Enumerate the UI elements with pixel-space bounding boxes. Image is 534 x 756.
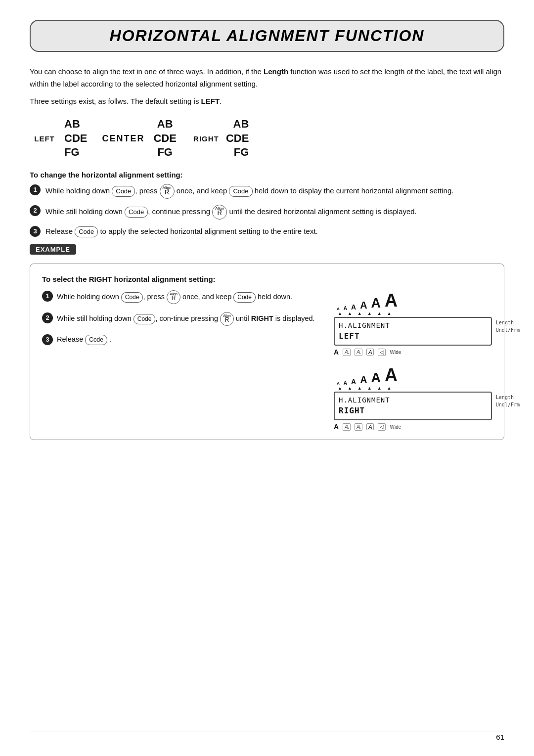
bb1-item1: 𝔸 xyxy=(343,349,351,356)
code-key-3: Code xyxy=(125,207,148,218)
example-step-1-num: 1 xyxy=(42,291,53,302)
lcd1-side-top: Length xyxy=(496,319,520,326)
r-key-1: Align R xyxy=(160,184,175,199)
step-3-content: Release Code to apply the selected horiz… xyxy=(45,225,504,237)
bb2-item4: ◁ xyxy=(378,423,386,431)
example-step-3-num: 3 xyxy=(42,334,53,345)
lcd1-bottom-bar: A 𝔸 𝔸 A ◁ Wide xyxy=(334,348,492,356)
code-key-1: Code xyxy=(112,186,135,197)
align-center-label: CENTER xyxy=(102,133,144,144)
lcd2-text2: RIGHT xyxy=(339,405,365,416)
align-left-col: LEFT AB CDE FG xyxy=(30,117,87,160)
bb1-a-bold: A xyxy=(334,348,339,356)
step-1: 1 While holding down Code, press Align R… xyxy=(30,184,504,199)
sz1-a6: A xyxy=(385,290,398,311)
tri1-5: ▲ xyxy=(377,311,382,316)
ex-code-key-1: Code xyxy=(121,292,143,303)
align-right-demo: AB CDE FG xyxy=(226,117,249,160)
align-left-label: LEFT xyxy=(30,134,59,143)
page-bottom-line xyxy=(30,731,504,732)
bb2-wide: Wide xyxy=(390,424,401,430)
sz1-a4: A xyxy=(360,300,367,311)
tri2-3: ▲ xyxy=(357,386,362,391)
page-title: HORIZONTAL ALIGNMENT FUNCTION xyxy=(41,27,493,45)
size-chars-1: A A A A A A xyxy=(334,290,492,311)
bb1-item2: 𝔸 xyxy=(355,349,362,356)
lcd1-text2: LEFT xyxy=(339,331,360,342)
tri1-2: ▲ xyxy=(348,311,352,316)
tri1-6: ▲ xyxy=(387,311,392,316)
sz2-a6: A xyxy=(385,365,398,386)
sz2-a5: A xyxy=(371,370,381,386)
bb1-item3: A xyxy=(366,349,374,356)
lcd2-bottom-bar: A 𝔸 𝔸 A ◁ Wide xyxy=(334,423,492,431)
example-step-2: 2 While still holding down Code, con-tin… xyxy=(42,312,319,326)
sz2-a3: A xyxy=(351,378,356,386)
bb2-item1: 𝔸 xyxy=(343,423,351,431)
example-section: EXAMPLE xyxy=(30,244,504,260)
example-step-3: 3 Release Code . xyxy=(42,334,319,345)
steps-list: 1 While holding down Code, press Align R… xyxy=(30,184,504,237)
ex-r-key-2: Align R xyxy=(220,312,234,326)
tri1-4: ▲ xyxy=(367,311,372,316)
tri2-6: ▲ xyxy=(387,386,392,391)
lcd2-row1: H.ALIGNMENT xyxy=(339,396,487,405)
lcd1-text1: H.ALIGNMENT xyxy=(339,321,390,331)
lcd2-side-labels: Length Undl/Frm xyxy=(496,394,520,408)
ex-code-key-3: Code xyxy=(134,314,156,324)
example-inner: 1 While holding down Code, press Align R… xyxy=(42,290,492,431)
intro-para1: You can choose to align the text in one … xyxy=(30,66,504,90)
lcd1-side-labels: Length Undl/Frm xyxy=(496,319,520,334)
sz2-a4: A xyxy=(360,374,367,386)
example-step-3-content: Release Code . xyxy=(57,334,111,345)
sz1-a3: A xyxy=(351,303,356,311)
lcd2-text1: H.ALIGNMENT xyxy=(339,396,390,405)
align-right-label: RIGHT xyxy=(191,134,221,143)
lcd2-side-bot: Undl/Frm xyxy=(496,401,520,408)
bb2-a-bold: A xyxy=(334,423,339,431)
example-step-2-content: While still holding down Code, con-tinue… xyxy=(57,312,315,326)
page-number: 61 xyxy=(496,733,504,741)
example-left: 1 While holding down Code, press Align R… xyxy=(42,290,319,345)
align-center-demo: AB CDE FG xyxy=(153,117,176,160)
tri2-1: ▲ xyxy=(338,386,342,391)
bb2-item2: 𝔸 xyxy=(355,423,362,431)
example-right: A A A A A A ▲ ▲ ▲ ▲ ▲ ▲ xyxy=(334,290,492,431)
lcd2: H.ALIGNMENT RIGHT Length Undl/Frm xyxy=(334,392,492,420)
align-center-col: CENTER AB CDE FG xyxy=(102,117,176,160)
example-step-2-num: 2 xyxy=(42,312,53,323)
step-2-content: While still holding down Code, continue … xyxy=(45,205,504,220)
bb1-wide: Wide xyxy=(390,350,401,355)
align-left-demo: AB CDE FG xyxy=(64,117,87,160)
step-2: 2 While still holding down Code, continu… xyxy=(30,205,504,220)
tri2-5: ▲ xyxy=(377,386,382,391)
example-label: EXAMPLE xyxy=(30,244,76,255)
example-box: To select the RIGHT horizontal alignment… xyxy=(30,264,504,440)
lcd2-row2: RIGHT xyxy=(339,405,487,416)
code-key-2: Code xyxy=(229,186,252,197)
step-1-content: While holding down Code, press Align R o… xyxy=(45,184,504,199)
intro-para2: Three settings exist, as follws. The def… xyxy=(30,95,504,108)
lcd1: H.ALIGNMENT LEFT Length Undl/Frm xyxy=(334,317,492,346)
tri2-2: ▲ xyxy=(348,386,352,391)
alignment-examples-row: LEFT AB CDE FG CENTER AB CDE FG RIGHT AB… xyxy=(30,117,504,160)
sz1-a2: A xyxy=(344,306,347,311)
size-chars-2: A A A A A A xyxy=(334,365,492,386)
align-right-col: RIGHT AB CDE FG xyxy=(191,117,249,160)
ex-code-key-4: Code xyxy=(85,335,107,345)
sz1-a1: A xyxy=(337,307,340,311)
lcd2-side-top: Length xyxy=(496,394,520,401)
lcd1-row2: LEFT xyxy=(339,331,487,342)
example-title: To select the RIGHT horizontal alignment… xyxy=(42,275,492,283)
ex-r-key-1: Align R xyxy=(167,290,180,304)
triangles-2: ▲ ▲ ▲ ▲ ▲ ▲ xyxy=(334,386,492,391)
ex-code-key-2: Code xyxy=(233,292,256,303)
r-key-2: Align R xyxy=(212,205,227,220)
example-step-1-content: While holding down Code, press Align R o… xyxy=(57,290,292,304)
lcd2-wrapper: A A A A A A ▲ ▲ ▲ ▲ ▲ ▲ xyxy=(334,365,492,431)
lcd1-wrapper: A A A A A A ▲ ▲ ▲ ▲ ▲ ▲ xyxy=(334,290,492,356)
sz2-a1: A xyxy=(337,381,340,386)
lcd1-side-bot: Undl/Frm xyxy=(496,326,520,334)
tri1-3: ▲ xyxy=(357,311,362,316)
step-2-num: 2 xyxy=(30,205,41,216)
